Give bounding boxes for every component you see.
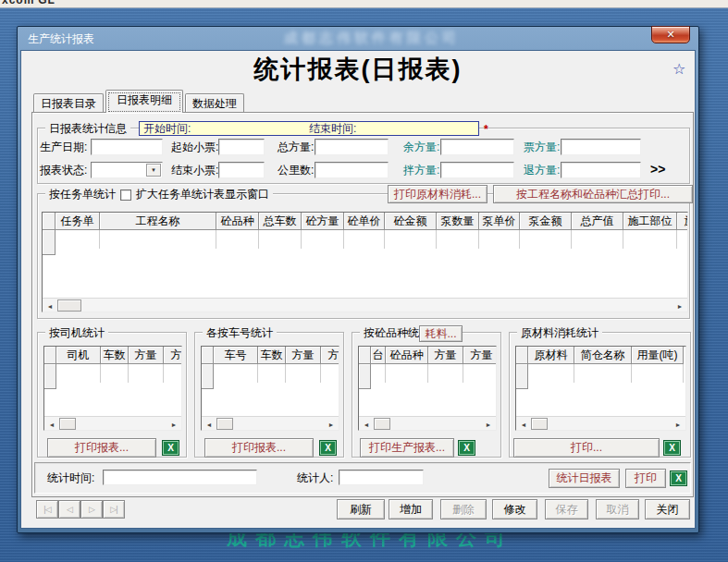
scroll-thumb[interactable] [374,418,390,430]
horizontal-scrollbar[interactable]: ◄ ► [202,416,339,430]
end-ticket-label: 结束小票: [171,163,218,178]
scroll-right-icon[interactable]: ► [672,419,684,430]
row-indicator-header [516,347,528,364]
horizontal-scrollbar[interactable]: ◄ ► [43,298,687,312]
excel-export-icon[interactable]: X [670,470,687,486]
title-bar[interactable]: 成都志伟软件有限公司 生产统计报表 ✕ [20,27,696,50]
combo-dropdown-button[interactable]: ▼ [146,164,161,177]
remain-volume-label: 余方量: [403,140,439,155]
nav-first-button[interactable]: |◁ [36,500,58,519]
print-project-summary-button[interactable]: 按工程名称和砼品种汇总打印... [493,185,693,203]
nav-next-button[interactable]: ▷ [80,500,103,519]
nav-next-icon: ▷ [89,505,94,514]
start-ticket-input[interactable] [218,139,265,155]
return-volume-input[interactable] [561,162,641,178]
tab-daily-report-detail[interactable]: 日报表明细 [105,90,183,113]
horizontal-scrollbar[interactable]: ◄ ► [516,416,685,430]
mileage-input[interactable] [315,162,389,178]
tab-daily-report-list[interactable]: 日报表目录 [33,93,104,113]
modify-button[interactable]: 修改 [492,499,537,519]
nav-prev-button[interactable]: ◁ [58,500,80,519]
end-ticket-input[interactable] [218,162,265,178]
concrete-grid[interactable]: 台 砼品种 方量 方量 ◄ ► [358,346,497,431]
time-range-field[interactable]: 开始时间: 结束时间: [139,121,479,136]
excel-export-icon[interactable]: X [663,440,681,456]
stats-person-input[interactable] [339,470,424,485]
column-header: 用量(吨) [632,347,684,364]
button-label: 打印报表... [75,440,129,456]
add-button[interactable]: 增加 [389,499,433,519]
total-volume-input[interactable] [315,139,389,155]
stats-footer-panel: 统计时间: 统计人: 统计日报表 打印 X [34,462,691,494]
expand-window-checkbox[interactable] [120,189,131,201]
mix-volume-label: 拌方量: [403,163,439,178]
task-order-grid[interactable]: 任务单 工程名称 砼品种 总车数 砼方量 砼单价 砼金额 泵数量 泵单价 泵金额… [42,212,688,312]
scroll-right-icon[interactable]: ► [168,419,179,430]
print-button[interactable]: 打印 [625,469,666,488]
button-label: 打印报表... [232,440,286,456]
concrete-print-button[interactable]: 打印生产报表... [360,438,454,458]
scroll-left-icon[interactable]: ◄ [46,419,57,430]
scroll-thumb[interactable] [59,418,76,430]
empty-grid-row [359,364,497,389]
start-time-label: 开始时间: [143,122,191,135]
column-header: 砼金额 [385,213,437,230]
raw-material-print-button[interactable]: 打印... [513,438,660,458]
mix-volume-input[interactable] [440,162,514,178]
group-title: 按任务单统计 [49,187,116,202]
stat-daily-report-button[interactable]: 统计日报表 [549,469,620,488]
scroll-right-icon[interactable]: ► [483,419,494,430]
excel-glyph: X [167,443,174,453]
start-ticket-label: 起始小票: [171,140,218,155]
background-window-strip: xcom'GL [0,0,728,8]
group-title: 按司机统计 [49,325,105,341]
nav-last-button[interactable]: ▷| [103,500,125,519]
excel-glyph: X [463,443,470,453]
empty-grid-row [202,364,339,389]
scroll-right-icon[interactable]: ► [674,300,685,312]
raw-material-grid[interactable]: 原材料 简仓名称 用量(吨) ◄ ► [515,346,686,431]
button-label: 修改 [504,502,526,518]
driver-stats-group: 按司机统计 司机 车数 方量 方量 [37,332,187,458]
truck-grid[interactable]: 车号 车数 方量 方量 ◄ ► [201,346,339,431]
material-consumption-button[interactable]: 耗料... [419,325,463,342]
refresh-button[interactable]: 刷新 [337,499,385,519]
ticket-volume-label: 票方量: [524,140,560,155]
concrete-stats-group: 按砼品种统计 耗料... 台 砼品种 方量 方量 [352,332,501,458]
scroll-left-icon[interactable]: ◄ [204,419,215,430]
column-header: 总产值 [572,213,623,230]
ticket-volume-input[interactable] [561,139,641,155]
driver-print-button[interactable]: 打印报表... [47,438,156,458]
star-icon[interactable]: ☆ [672,60,685,78]
scroll-right-icon[interactable]: ► [326,419,337,430]
driver-grid[interactable]: 司机 车数 方量 方量 ◄ ► [43,346,182,431]
expand-button[interactable]: >> [650,162,665,177]
horizontal-scrollbar[interactable]: ◄ ► [44,416,181,430]
column-header: 砼品种 [386,347,428,364]
scroll-left-icon[interactable]: ◄ [361,419,372,430]
horizontal-scrollbar[interactable]: ◄ ► [359,416,496,430]
button-label: 保存 [556,502,578,518]
close-button[interactable]: ✕ [651,26,690,43]
tab-data-processing[interactable]: 数据处理 [185,93,244,113]
remain-volume-input[interactable] [440,139,514,155]
excel-export-icon[interactable]: X [319,440,337,456]
excel-export-icon[interactable]: X [458,440,475,456]
close-form-button[interactable]: 关闭 [645,499,690,519]
truck-print-button[interactable]: 打印报表... [204,438,314,458]
report-status-select[interactable]: ▼ [91,162,163,178]
scroll-thumb[interactable] [531,418,548,430]
excel-export-icon[interactable]: X [162,440,179,456]
tab-focus-rect [108,92,180,112]
button-label: 打印原材料消耗... [394,187,481,202]
scroll-left-icon[interactable]: ◄ [44,300,56,312]
scroll-thumb[interactable] [57,299,81,312]
scroll-thumb[interactable] [216,418,233,430]
print-raw-material-button[interactable]: 打印原材料消耗... [388,185,487,203]
prod-date-input[interactable] [91,139,163,155]
stats-time-input[interactable] [103,470,257,485]
column-header: 施工部位 [623,213,677,230]
scroll-left-icon[interactable]: ◄ [518,419,529,430]
column-header: 总车数 [259,213,302,230]
column-header: 台 [371,347,386,364]
